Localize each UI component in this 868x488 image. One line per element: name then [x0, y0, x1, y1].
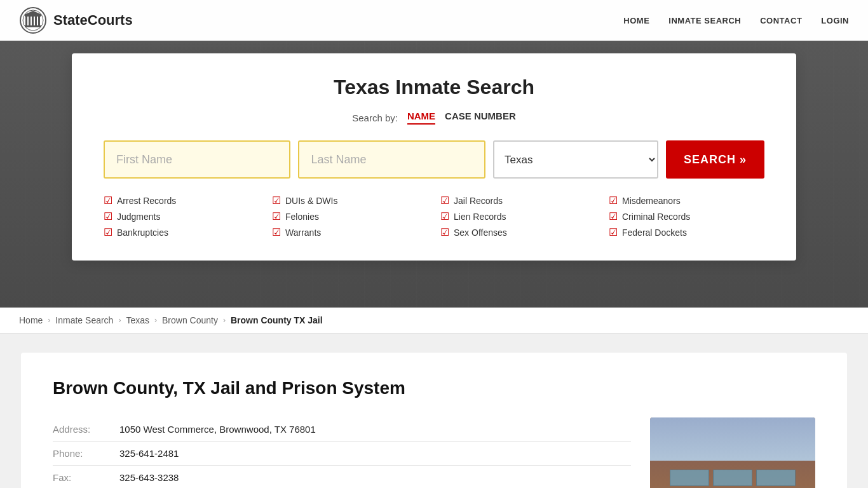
check-item: ☑Criminal Records — [609, 210, 764, 222]
nav-contact[interactable]: CONTACT — [760, 16, 802, 25]
check-item: ☑DUIs & DWIs — [272, 194, 428, 207]
hero-section: COURTHOUSE Texas Inmate Search Search by… — [0, 41, 868, 308]
checkbox-icon: ☑ — [104, 194, 112, 207]
checkbox-icon: ☑ — [440, 210, 449, 222]
check-item: ☑Jail Records — [440, 194, 596, 207]
info-row: Fax:325-643-3238 — [53, 466, 631, 488]
check-item: ☑Warrants — [272, 226, 428, 238]
logo-text: StateCourts — [53, 12, 133, 29]
svg-rect-2 — [25, 17, 27, 25]
checkbox-label: Jail Records — [454, 196, 503, 206]
search-by-row: Search by: NAME CASE NUMBER — [104, 111, 764, 125]
info-body: Address:1050 West Commerce, Brownwood, T… — [53, 417, 815, 488]
info-row-label: Fax: — [53, 472, 110, 483]
checkbox-icon: ☑ — [104, 226, 112, 238]
nav-inmate-search[interactable]: INMATE SEARCH — [668, 16, 741, 25]
svg-rect-6 — [38, 17, 40, 25]
nav-login[interactable]: LOGIN — [821, 16, 849, 25]
site-logo[interactable]: StateCourts — [19, 6, 133, 34]
check-item: ☑Lien Records — [440, 210, 596, 222]
svg-rect-7 — [25, 25, 41, 27]
nav-links: HOME INMATE SEARCH CONTACT LOGIN — [623, 16, 849, 25]
checkbox-label: Warrants — [285, 227, 321, 238]
check-item: ☑Arrest Records — [104, 194, 259, 207]
search-card: Texas Inmate Search Search by: NAME CASE… — [72, 53, 796, 261]
info-row: Phone:325-641-2481 — [53, 442, 631, 466]
nav-home[interactable]: HOME — [623, 16, 649, 25]
info-card-title: Brown County, TX Jail and Prison System — [53, 378, 815, 398]
main-content: Brown County, TX Jail and Prison System … — [0, 334, 868, 488]
breadcrumb-link-brown-county[interactable]: Brown County — [162, 315, 218, 325]
top-navigation: StateCourts HOME INMATE SEARCH CONTACT L… — [0, 0, 868, 41]
breadcrumb-separator: › — [223, 316, 226, 325]
checkbox-icon: ☑ — [272, 210, 281, 222]
building-image: BROWN COUNTY SHERIFFBROWNWOOD TEXAS DETE… — [650, 417, 815, 488]
checkbox-icon: ☑ — [104, 210, 112, 222]
check-item: ☑Felonies — [272, 210, 428, 222]
search-by-label: Search by: — [352, 112, 398, 123]
svg-marker-9 — [24, 11, 42, 15]
tab-case-number[interactable]: CASE NUMBER — [445, 111, 516, 125]
info-row-value: 325-643-3238 — [119, 472, 179, 483]
checkbox-label: Federal Dockets — [622, 227, 687, 238]
checkbox-label: Bankruptcies — [117, 227, 168, 238]
checkbox-label: Judgments — [117, 212, 160, 222]
info-row: Address:1050 West Commerce, Brownwood, T… — [53, 417, 631, 442]
building-windows — [667, 466, 799, 489]
info-row-label: Phone: — [53, 448, 110, 459]
svg-rect-5 — [35, 17, 37, 25]
breadcrumb-link-texas[interactable]: Texas — [126, 315, 149, 325]
breadcrumb-separator: › — [154, 316, 157, 325]
breadcrumb-current: Brown County TX Jail — [231, 315, 323, 325]
checkbox-icon: ☑ — [609, 210, 618, 222]
breadcrumb-separator: › — [48, 316, 50, 325]
checkbox-icon: ☑ — [609, 226, 618, 238]
search-inputs-row: AlabamaAlaskaArizonaArkansasCaliforniaCo… — [104, 140, 764, 179]
check-item: ☑Sex Offenses — [440, 226, 596, 238]
first-name-input[interactable] — [104, 140, 290, 179]
search-button[interactable]: SEARCH » — [666, 140, 764, 179]
info-row-value: 325-641-2481 — [119, 448, 179, 459]
checkbox-label: Felonies — [285, 212, 319, 222]
checkbox-label: Sex Offenses — [454, 227, 507, 238]
checkbox-icon: ☑ — [440, 194, 449, 207]
info-row-value: 1050 West Commerce, Brownwood, TX 76801 — [119, 424, 316, 435]
tab-name[interactable]: NAME — [407, 111, 435, 125]
checkboxes-grid: ☑Arrest Records☑DUIs & DWIs☑Jail Records… — [104, 194, 764, 238]
last-name-input[interactable] — [298, 140, 485, 179]
svg-rect-3 — [29, 17, 31, 25]
state-select[interactable]: AlabamaAlaskaArizonaArkansasCaliforniaCo… — [493, 140, 658, 179]
info-details: Address:1050 West Commerce, Brownwood, T… — [53, 417, 631, 488]
breadcrumb: Home›Inmate Search›Texas›Brown County›Br… — [0, 308, 868, 334]
checkbox-label: Criminal Records — [622, 212, 690, 222]
info-card: Brown County, TX Jail and Prison System … — [21, 353, 847, 488]
svg-rect-4 — [32, 17, 34, 25]
check-item: ☑Judgments — [104, 210, 259, 222]
check-item: ☑Federal Dockets — [609, 226, 764, 238]
breadcrumb-separator: › — [118, 316, 121, 325]
search-card-title: Texas Inmate Search — [104, 76, 764, 99]
svg-rect-8 — [25, 15, 41, 17]
checkbox-icon: ☑ — [609, 194, 618, 207]
checkbox-label: Misdemeanors — [622, 196, 681, 206]
logo-icon — [19, 6, 47, 34]
check-item: ☑Bankruptcies — [104, 226, 259, 238]
checkbox-icon: ☑ — [272, 226, 281, 238]
check-item: ☑Misdemeanors — [609, 194, 764, 207]
info-row-label: Address: — [53, 424, 110, 435]
breadcrumb-link-home[interactable]: Home — [19, 315, 43, 325]
checkbox-label: Arrest Records — [117, 196, 176, 206]
checkbox-label: Lien Records — [454, 212, 506, 222]
checkbox-icon: ☑ — [272, 194, 281, 207]
breadcrumb-link-inmate-search[interactable]: Inmate Search — [55, 315, 113, 325]
checkbox-label: DUIs & DWIs — [285, 196, 337, 206]
checkbox-icon: ☑ — [440, 226, 449, 238]
